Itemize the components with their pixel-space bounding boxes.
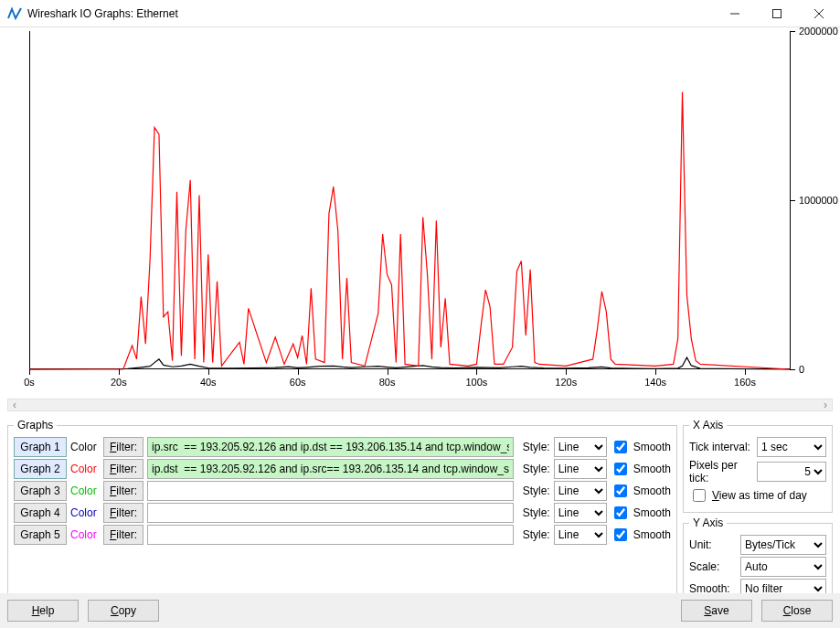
smooth-checkbox[interactable] [614,506,627,519]
series-line [29,357,790,369]
title-bar: Wireshark IO Graphs: Ethernet [0,0,840,27]
scroll-right-icon[interactable]: › [819,399,832,410]
x-tick-label: 0s [24,377,35,388]
graphs-fieldset: Graphs Graph 1ColorFilter:Style:LineSmoo… [7,419,677,607]
style-select[interactable]: Line [554,503,607,523]
x-tick-label: 160s [734,377,756,388]
chart-lines [29,31,790,369]
series-line [29,92,790,369]
y-tick [790,31,795,32]
x-tick [745,369,746,375]
filter-button[interactable]: Filter: [103,459,144,479]
y-tick-label: 2000000 [799,26,838,37]
tick-interval-select[interactable]: 1 sec [757,437,826,457]
close-button-bottom[interactable]: Close [761,600,833,622]
graph-row: Graph 2ColorFilter:Style:LineSmooth [14,459,671,479]
smooth-label: Smooth [633,528,671,541]
smooth-checkbox[interactable] [614,463,627,475]
filter-input[interactable] [147,503,514,523]
x-tick-label: 140s [644,377,666,388]
x-tick [298,369,299,375]
color-label: Color [70,528,100,541]
filter-input[interactable] [147,525,514,545]
filter-button[interactable]: Filter: [103,437,144,457]
style-label: Style: [523,528,550,541]
style-select[interactable]: Line [554,437,607,457]
style-select[interactable]: Line [554,459,607,479]
smooth-checkbox[interactable] [614,528,627,541]
x-tick [388,369,388,375]
y-tick-label: 1000000 [799,195,838,206]
x-tick [119,369,120,375]
copy-button[interactable]: Copy [88,600,159,622]
pixels-per-tick-label: Pixels per tick: [689,459,753,484]
x-tick [566,369,567,375]
y-tick [790,369,795,370]
pixels-per-tick-select[interactable]: 5 [757,462,826,482]
view-as-tod-label: View as time of day [712,489,807,502]
view-as-tod-checkbox[interactable] [693,489,706,502]
x-tick-label: 100s [465,377,487,388]
smooth-label: Smooth [633,484,671,497]
graph-toggle-button[interactable]: Graph 3 [14,481,67,501]
help-button[interactable]: Help [7,600,79,622]
x-tick-label: 20s [111,377,127,388]
filter-input[interactable] [147,437,514,457]
x-tick [655,369,656,375]
x-tick [29,369,30,375]
filter-button[interactable]: Filter: [103,503,144,523]
style-select[interactable]: Line [554,525,607,545]
y-tick [790,200,795,201]
smooth-label: Smooth [633,463,671,475]
window-title: Wireshark IO Graphs: Ethernet [27,7,714,20]
x-tick-label: 120s [555,377,577,388]
style-label: Style: [523,506,550,519]
style-label: Style: [523,484,550,497]
color-label: Color [70,463,100,475]
x-tick-label: 60s [290,377,306,388]
wireshark-icon [7,6,22,21]
svg-rect-1 [773,9,782,17]
unit-label: Unit: [689,538,737,551]
save-button[interactable]: Save [681,600,752,622]
y-axis-legend: Y Axis [689,516,727,529]
smooth-checkbox[interactable] [614,441,627,453]
close-button[interactable] [798,0,840,27]
style-label: Style: [523,441,550,453]
graph-toggle-button[interactable]: Graph 1 [14,437,67,457]
horizontal-scrollbar[interactable]: ‹ › [7,399,833,411]
scale-label: Scale: [689,560,737,573]
graph-row: Graph 1ColorFilter:Style:LineSmooth [14,437,671,457]
x-tick [208,369,209,375]
color-label: Color [70,441,100,453]
graph-toggle-button[interactable]: Graph 2 [14,459,67,479]
smooth-label: Smooth [633,506,671,519]
graph-toggle-button[interactable]: Graph 4 [14,503,67,523]
filter-button[interactable]: Filter: [103,481,144,501]
unit-select[interactable]: Bytes/Tick [740,535,826,555]
minimize-button[interactable] [714,0,756,27]
io-graph-plot[interactable]: 0100000020000000s20s40s60s80s100s120s140… [7,31,833,393]
bottom-bar: Help Copy Save Close [0,593,840,628]
filter-button[interactable]: Filter: [103,525,144,545]
scroll-left-icon[interactable]: ‹ [8,399,21,410]
x-axis-legend: X Axis [689,419,727,431]
smooth-label: Smooth [633,441,671,453]
filter-input[interactable] [147,459,514,479]
maximize-button[interactable] [756,0,798,27]
graph-toggle-button[interactable]: Graph 5 [14,525,67,545]
graphs-legend: Graphs [14,419,57,431]
style-select[interactable]: Line [554,481,607,501]
smooth-checkbox[interactable] [614,484,627,497]
window-buttons [714,0,840,27]
scroll-track[interactable] [21,399,819,410]
style-label: Style: [523,463,550,475]
graph-row: Graph 4ColorFilter:Style:LineSmooth [14,503,671,523]
scale-select[interactable]: Auto [740,557,826,577]
graph-row: Graph 3ColorFilter:Style:LineSmooth [14,481,671,501]
filter-input[interactable] [147,481,514,501]
color-label: Color [70,484,100,497]
x-tick-label: 40s [200,377,217,388]
x-tick-label: 80s [379,377,396,388]
x-axis-fieldset: X Axis Tick interval: 1 sec Pixels per t… [683,419,833,513]
